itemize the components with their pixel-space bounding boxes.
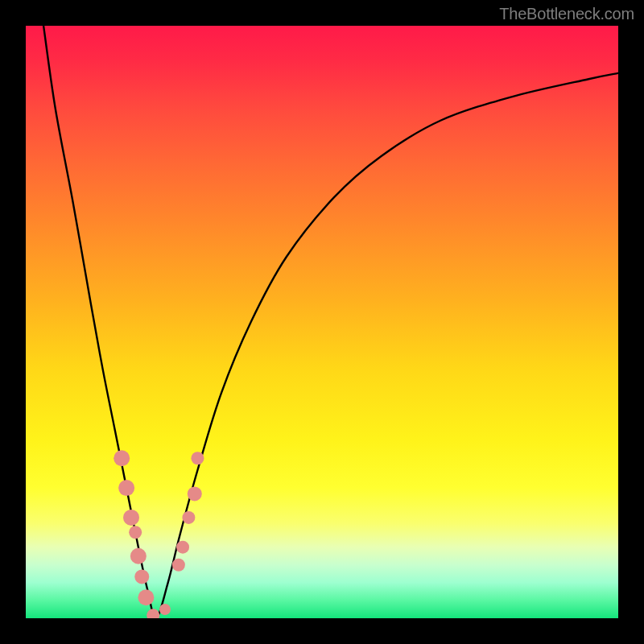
chart-svg <box>26 26 618 618</box>
chart-frame: TheBottleneck.com <box>0 0 644 644</box>
marker-dot <box>191 452 204 464</box>
marker-dot <box>147 609 159 618</box>
marker-dot <box>159 604 171 615</box>
marker-dot <box>123 510 139 526</box>
marker-dot <box>138 589 154 605</box>
marker-dot <box>182 511 195 524</box>
marker-dot <box>188 486 202 501</box>
highlight-markers <box>114 450 204 618</box>
marker-dot <box>176 541 189 554</box>
plot-area <box>26 26 618 618</box>
marker-dot <box>134 569 149 584</box>
marker-dot <box>172 559 185 572</box>
marker-dot <box>118 480 134 496</box>
marker-dot <box>130 548 147 564</box>
marker-dot <box>129 526 142 539</box>
watermark-text: TheBottleneck.com <box>499 5 634 23</box>
marker-dot <box>114 450 130 466</box>
